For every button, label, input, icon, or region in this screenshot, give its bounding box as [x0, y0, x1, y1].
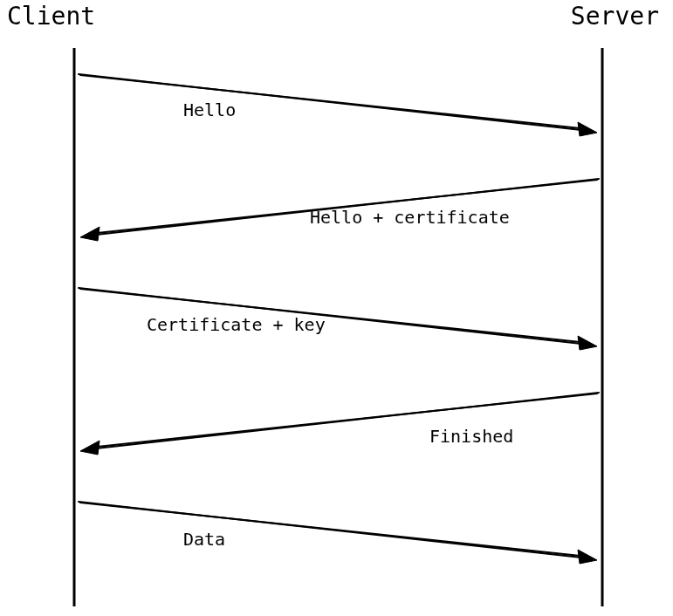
- message-label-finished: Finished: [429, 426, 513, 447]
- svg-marker-8: [578, 336, 597, 350]
- svg-marker-11: [80, 441, 100, 455]
- svg-marker-5: [80, 227, 100, 241]
- message-arrow-hello: [79, 74, 597, 136]
- svg-marker-14: [578, 550, 597, 564]
- message-label-hello-cert: Hello + certificate: [310, 207, 510, 228]
- message-label-data: Data: [183, 529, 225, 550]
- svg-marker-2: [578, 122, 597, 136]
- participant-client-label: Client: [7, 2, 95, 31]
- message-label-cert-key: Certificate + key: [147, 314, 326, 335]
- message-label-hello: Hello: [183, 99, 236, 120]
- message-arrow-data: [79, 502, 597, 564]
- message-arrow-finished: [80, 393, 599, 455]
- svg-line-10: [89, 394, 597, 448]
- participant-server-label: Server: [571, 2, 659, 31]
- svg-line-13: [80, 503, 588, 557]
- svg-line-1: [80, 75, 588, 129]
